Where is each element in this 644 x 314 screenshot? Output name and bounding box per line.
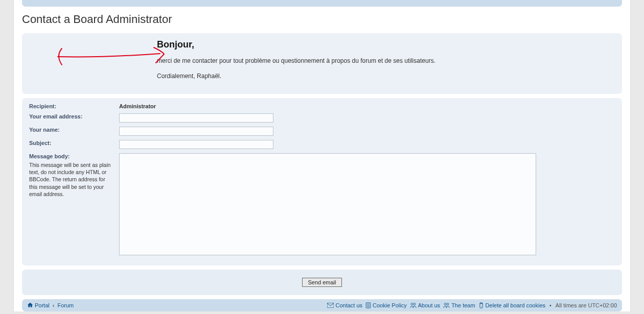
message-label: Message body: xyxy=(29,153,70,159)
svg-rect-0 xyxy=(327,303,334,308)
home-icon xyxy=(27,302,33,308)
timezone-text: All times are UTC+02:00 xyxy=(556,302,617,308)
recipient-value: Administrator xyxy=(119,103,156,109)
the-team-link[interactable]: The team xyxy=(443,302,475,308)
submit-panel xyxy=(22,270,622,295)
breadcrumb-sep: ‹ xyxy=(53,302,55,308)
form-panel: Recipient: Administrator Your email addr… xyxy=(22,98,622,265)
intro-line1: merci de me contacter pour tout problème… xyxy=(157,57,615,64)
message-desc: This message will be sent as plain text,… xyxy=(29,161,112,198)
footer-navbar: Portal ‹ Forum Contact us Cookie Policy … xyxy=(22,299,622,311)
svg-point-8 xyxy=(447,303,449,305)
document-icon xyxy=(365,302,371,308)
cookie-policy-link[interactable]: Cookie Policy xyxy=(365,302,407,308)
recipient-label: Recipient: xyxy=(29,103,56,109)
trash-icon xyxy=(478,302,484,308)
subject-input[interactable] xyxy=(119,140,273,149)
portal-link[interactable]: Portal xyxy=(27,302,50,308)
people-icon xyxy=(443,302,450,308)
people-icon xyxy=(410,302,417,308)
intro-heading: Bonjour, xyxy=(157,39,615,50)
contact-us-link[interactable]: Contact us xyxy=(327,302,362,308)
svg-point-6 xyxy=(413,303,416,305)
email-input[interactable] xyxy=(119,113,273,123)
top-navbar-remnant xyxy=(22,0,622,7)
svg-point-5 xyxy=(411,303,413,305)
dot-sep: • xyxy=(549,302,551,308)
send-email-button[interactable] xyxy=(302,278,341,287)
name-input[interactable] xyxy=(119,127,273,136)
email-label: Your email address: xyxy=(29,113,82,119)
subject-label: Subject: xyxy=(29,140,51,146)
forum-link[interactable]: Forum xyxy=(57,302,74,308)
intro-line2: Cordialement, Raphaël. xyxy=(157,73,615,80)
envelope-icon xyxy=(327,303,334,308)
name-label: Your name: xyxy=(29,127,60,133)
page-title: Contact a Board Administrator xyxy=(22,13,622,26)
delete-cookies-link[interactable]: Delete all board cookies xyxy=(478,302,545,308)
message-textarea[interactable] xyxy=(119,153,536,255)
intro-panel: Bonjour, merci de me contacter pour tout… xyxy=(22,33,622,94)
svg-point-7 xyxy=(444,303,446,305)
arrow-annotation xyxy=(53,46,170,72)
about-us-link[interactable]: About us xyxy=(410,302,440,308)
